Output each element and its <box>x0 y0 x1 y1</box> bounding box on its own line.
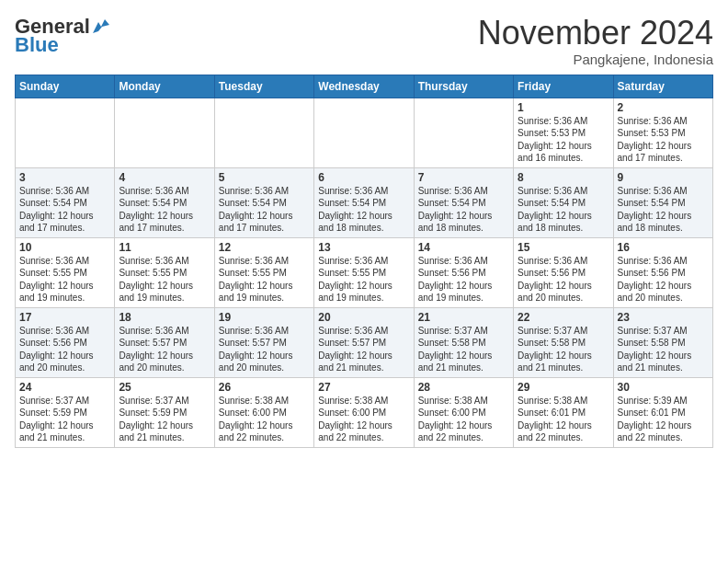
day-info: Sunrise: 5:36 AM Sunset: 5:57 PM Dayligh… <box>119 325 210 374</box>
calendar-cell <box>314 98 414 167</box>
calendar-cell: 24Sunrise: 5:37 AM Sunset: 5:59 PM Dayli… <box>16 377 115 447</box>
calendar-cell: 12Sunrise: 5:36 AM Sunset: 5:55 PM Dayli… <box>214 237 313 307</box>
calendar-cell: 23Sunrise: 5:37 AM Sunset: 5:58 PM Dayli… <box>613 307 712 377</box>
day-number: 9 <box>618 171 709 184</box>
day-info: Sunrise: 5:36 AM Sunset: 5:55 PM Dayligh… <box>318 255 409 304</box>
calendar-cell: 30Sunrise: 5:39 AM Sunset: 6:01 PM Dayli… <box>613 377 712 447</box>
location: Pangkajene, Indonesia <box>478 52 713 67</box>
day-info: Sunrise: 5:36 AM Sunset: 5:53 PM Dayligh… <box>618 115 709 165</box>
calendar-cell: 17Sunrise: 5:36 AM Sunset: 5:56 PM Dayli… <box>16 307 115 377</box>
day-info: Sunrise: 5:37 AM Sunset: 5:59 PM Dayligh… <box>19 395 110 444</box>
calendar-cell <box>214 98 313 167</box>
weekday-header-friday: Friday <box>514 75 613 98</box>
day-info: Sunrise: 5:38 AM Sunset: 6:01 PM Dayligh… <box>518 395 609 444</box>
calendar-cell: 16Sunrise: 5:36 AM Sunset: 5:56 PM Dayli… <box>613 237 712 307</box>
logo-bird-icon <box>91 18 111 35</box>
day-number: 26 <box>219 381 310 394</box>
day-info: Sunrise: 5:36 AM Sunset: 5:56 PM Dayligh… <box>618 255 709 304</box>
day-info: Sunrise: 5:36 AM Sunset: 5:54 PM Dayligh… <box>518 185 609 235</box>
calendar-cell: 29Sunrise: 5:38 AM Sunset: 6:01 PM Dayli… <box>514 377 613 447</box>
day-number: 25 <box>119 381 210 394</box>
title-block: November 2024 Pangkajene, Indonesia <box>478 15 713 67</box>
day-info: Sunrise: 5:37 AM Sunset: 5:58 PM Dayligh… <box>618 325 709 374</box>
day-number: 6 <box>318 171 409 184</box>
calendar-cell: 27Sunrise: 5:38 AM Sunset: 6:00 PM Dayli… <box>314 377 414 447</box>
day-number: 21 <box>418 311 509 324</box>
calendar-cell: 9Sunrise: 5:36 AM Sunset: 5:54 PM Daylig… <box>613 167 712 237</box>
day-info: Sunrise: 5:36 AM Sunset: 5:54 PM Dayligh… <box>219 185 310 235</box>
day-info: Sunrise: 5:36 AM Sunset: 5:56 PM Dayligh… <box>518 255 609 304</box>
calendar-cell: 20Sunrise: 5:36 AM Sunset: 5:57 PM Dayli… <box>314 307 414 377</box>
day-info: Sunrise: 5:36 AM Sunset: 5:54 PM Dayligh… <box>618 185 709 235</box>
day-info: Sunrise: 5:36 AM Sunset: 5:57 PM Dayligh… <box>219 325 310 374</box>
weekday-header-tuesday: Tuesday <box>214 75 313 98</box>
day-number: 13 <box>318 241 409 254</box>
weekday-header-wednesday: Wednesday <box>314 75 414 98</box>
day-info: Sunrise: 5:36 AM Sunset: 5:57 PM Dayligh… <box>318 325 409 374</box>
day-info: Sunrise: 5:36 AM Sunset: 5:54 PM Dayligh… <box>119 185 210 235</box>
calendar-table: SundayMondayTuesdayWednesdayThursdayFrid… <box>15 75 713 448</box>
calendar-cell: 15Sunrise: 5:36 AM Sunset: 5:56 PM Dayli… <box>514 237 613 307</box>
weekday-header-row: SundayMondayTuesdayWednesdayThursdayFrid… <box>16 75 713 98</box>
logo-blue: Blue <box>15 33 59 57</box>
day-number: 2 <box>618 101 709 114</box>
day-number: 22 <box>518 311 609 324</box>
day-number: 10 <box>19 241 110 254</box>
calendar-cell: 11Sunrise: 5:36 AM Sunset: 5:55 PM Dayli… <box>115 237 214 307</box>
calendar-cell: 1Sunrise: 5:36 AM Sunset: 5:53 PM Daylig… <box>514 98 613 167</box>
day-number: 3 <box>19 171 110 184</box>
weekday-header-thursday: Thursday <box>414 75 513 98</box>
day-number: 20 <box>318 311 409 324</box>
calendar-cell: 26Sunrise: 5:38 AM Sunset: 6:00 PM Dayli… <box>214 377 313 447</box>
svg-marker-0 <box>93 19 109 33</box>
day-info: Sunrise: 5:36 AM Sunset: 5:53 PM Dayligh… <box>518 115 609 165</box>
day-info: Sunrise: 5:36 AM Sunset: 5:54 PM Dayligh… <box>19 185 110 235</box>
calendar-cell: 2Sunrise: 5:36 AM Sunset: 5:53 PM Daylig… <box>613 98 712 167</box>
calendar-cell <box>115 98 214 167</box>
calendar-cell: 25Sunrise: 5:37 AM Sunset: 5:59 PM Dayli… <box>115 377 214 447</box>
calendar-cell: 4Sunrise: 5:36 AM Sunset: 5:54 PM Daylig… <box>115 167 214 237</box>
day-info: Sunrise: 5:36 AM Sunset: 5:55 PM Dayligh… <box>219 255 310 304</box>
calendar-cell: 13Sunrise: 5:36 AM Sunset: 5:55 PM Dayli… <box>314 237 414 307</box>
calendar-cell: 18Sunrise: 5:36 AM Sunset: 5:57 PM Dayli… <box>115 307 214 377</box>
calendar-cell: 19Sunrise: 5:36 AM Sunset: 5:57 PM Dayli… <box>214 307 313 377</box>
calendar-cell: 5Sunrise: 5:36 AM Sunset: 5:54 PM Daylig… <box>214 167 313 237</box>
day-info: Sunrise: 5:37 AM Sunset: 5:59 PM Dayligh… <box>119 395 210 444</box>
logo: General Blue <box>15 15 111 57</box>
day-number: 23 <box>618 311 709 324</box>
day-number: 5 <box>219 171 310 184</box>
day-info: Sunrise: 5:36 AM Sunset: 5:55 PM Dayligh… <box>119 255 210 304</box>
calendar-week-row: 1Sunrise: 5:36 AM Sunset: 5:53 PM Daylig… <box>16 98 713 167</box>
calendar-week-row: 17Sunrise: 5:36 AM Sunset: 5:56 PM Dayli… <box>16 307 713 377</box>
calendar-cell: 8Sunrise: 5:36 AM Sunset: 5:54 PM Daylig… <box>514 167 613 237</box>
calendar-cell <box>16 98 115 167</box>
day-number: 24 <box>19 381 110 394</box>
day-info: Sunrise: 5:38 AM Sunset: 6:00 PM Dayligh… <box>318 395 409 444</box>
weekday-header-monday: Monday <box>115 75 214 98</box>
day-number: 18 <box>119 311 210 324</box>
weekday-header-saturday: Saturday <box>613 75 712 98</box>
day-info: Sunrise: 5:36 AM Sunset: 5:55 PM Dayligh… <box>19 255 110 304</box>
day-info: Sunrise: 5:37 AM Sunset: 5:58 PM Dayligh… <box>418 325 509 374</box>
day-number: 15 <box>518 241 609 254</box>
calendar-week-row: 3Sunrise: 5:36 AM Sunset: 5:54 PM Daylig… <box>16 167 713 237</box>
day-info: Sunrise: 5:36 AM Sunset: 5:56 PM Dayligh… <box>19 325 110 374</box>
day-number: 29 <box>518 381 609 394</box>
calendar-cell: 14Sunrise: 5:36 AM Sunset: 5:56 PM Dayli… <box>414 237 513 307</box>
month-title: November 2024 <box>478 15 713 52</box>
day-number: 12 <box>219 241 310 254</box>
calendar-cell: 28Sunrise: 5:38 AM Sunset: 6:00 PM Dayli… <box>414 377 513 447</box>
day-info: Sunrise: 5:37 AM Sunset: 5:58 PM Dayligh… <box>518 325 609 374</box>
weekday-header-sunday: Sunday <box>16 75 115 98</box>
day-info: Sunrise: 5:38 AM Sunset: 6:00 PM Dayligh… <box>219 395 310 444</box>
day-number: 30 <box>618 381 709 394</box>
day-info: Sunrise: 5:38 AM Sunset: 6:00 PM Dayligh… <box>418 395 509 444</box>
calendar-week-row: 24Sunrise: 5:37 AM Sunset: 5:59 PM Dayli… <box>16 377 713 447</box>
calendar-cell: 21Sunrise: 5:37 AM Sunset: 5:58 PM Dayli… <box>414 307 513 377</box>
calendar-cell: 3Sunrise: 5:36 AM Sunset: 5:54 PM Daylig… <box>16 167 115 237</box>
day-number: 4 <box>119 171 210 184</box>
page-header: General Blue November 2024 Pangkajene, I… <box>15 15 713 67</box>
day-info: Sunrise: 5:36 AM Sunset: 5:54 PM Dayligh… <box>318 185 409 235</box>
day-number: 8 <box>518 171 609 184</box>
day-number: 1 <box>518 101 609 114</box>
